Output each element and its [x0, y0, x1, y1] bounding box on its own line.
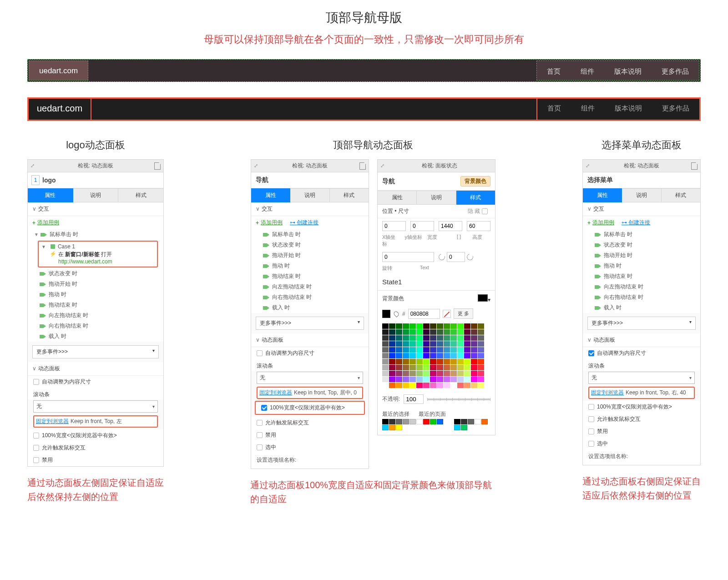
tab-attr[interactable]: 属性: [583, 188, 622, 202]
palette-color[interactable]: [423, 365, 430, 370]
palette-color[interactable]: [410, 353, 416, 358]
palette-color[interactable]: [457, 341, 464, 347]
plus-icon[interactable]: +: [587, 220, 591, 226]
plus-icon[interactable]: +: [256, 220, 259, 226]
palette-color[interactable]: [457, 347, 464, 353]
nav-item[interactable]: 更多作品: [652, 61, 699, 80]
palette-color[interactable]: [382, 365, 389, 370]
recent-color[interactable]: [382, 419, 389, 424]
recent-color[interactable]: [468, 419, 474, 424]
palette-color[interactable]: [430, 347, 436, 353]
palette-color[interactable]: [437, 353, 443, 358]
palette-color[interactable]: [396, 353, 402, 358]
palette-color[interactable]: [396, 371, 402, 376]
palette-color[interactable]: [382, 323, 389, 329]
scrollbar-select[interactable]: 无▾: [588, 372, 695, 384]
palette-color[interactable]: [471, 323, 477, 329]
palette-color[interactable]: [423, 353, 430, 358]
palette-color[interactable]: [416, 383, 423, 388]
palette-color[interactable]: [444, 353, 450, 358]
palette-color[interactable]: [423, 335, 430, 341]
allow-mouse-checkbox[interactable]: [257, 420, 263, 426]
recent-color[interactable]: [454, 425, 460, 430]
palette-color[interactable]: [423, 341, 430, 347]
palette-color[interactable]: [444, 323, 450, 329]
palette-color[interactable]: [396, 347, 402, 353]
x-input[interactable]: [382, 221, 406, 231]
recent-color[interactable]: [475, 419, 481, 424]
palette-color[interactable]: [382, 383, 389, 388]
full-width-checkbox[interactable]: [261, 405, 267, 411]
add-case-link[interactable]: 添加用例: [592, 219, 614, 227]
palette-color[interactable]: [403, 323, 409, 329]
palette-color[interactable]: [437, 371, 443, 376]
scrollbar-select[interactable]: 无▾: [257, 372, 363, 384]
recent-color[interactable]: [481, 419, 488, 424]
palette-color[interactable]: [382, 329, 389, 335]
palette-color[interactable]: [450, 377, 457, 382]
palette-color[interactable]: [457, 383, 464, 388]
palette-color[interactable]: [423, 323, 430, 329]
palette-color[interactable]: [464, 371, 470, 376]
palette-color[interactable]: [389, 353, 395, 358]
palette-color[interactable]: [437, 347, 443, 353]
palette-color[interactable]: [430, 365, 436, 370]
palette-color[interactable]: [457, 329, 464, 335]
palette-color[interactable]: [478, 377, 484, 382]
palette-color[interactable]: [478, 365, 484, 370]
palette-color[interactable]: [471, 371, 477, 376]
palette-color[interactable]: [457, 371, 464, 376]
palette-color[interactable]: [416, 347, 423, 353]
palette-color[interactable]: [471, 383, 477, 388]
palette-color[interactable]: [382, 347, 389, 353]
palette-color[interactable]: [437, 341, 443, 347]
palette-color[interactable]: [389, 335, 395, 341]
palette-color[interactable]: [416, 371, 423, 376]
pin-icon[interactable]: ⤢: [380, 163, 387, 169]
palette-color[interactable]: [457, 359, 464, 364]
event-drag[interactable]: 拖动 时: [49, 291, 66, 298]
palette-color[interactable]: [478, 329, 484, 335]
current-color-swatch[interactable]: [382, 310, 390, 318]
recent-color[interactable]: [389, 425, 395, 430]
recent-color[interactable]: [423, 419, 430, 424]
palette-color[interactable]: [389, 365, 395, 370]
auto-size-checkbox[interactable]: [33, 379, 39, 385]
palette-color[interactable]: [478, 383, 484, 388]
palette-color[interactable]: [410, 347, 416, 353]
event-load[interactable]: 载入 时: [49, 333, 66, 340]
tab-desc[interactable]: 说明: [290, 188, 329, 202]
disable-checkbox[interactable]: [257, 432, 263, 438]
palette-color[interactable]: [423, 347, 430, 353]
palette-color[interactable]: [437, 329, 443, 335]
palette-color[interactable]: [444, 341, 450, 347]
tab-style[interactable]: 样式: [118, 188, 163, 202]
palette-color[interactable]: [437, 359, 443, 364]
palette-color[interactable]: [410, 341, 416, 347]
palette-color[interactable]: [389, 329, 395, 335]
palette-color[interactable]: [444, 359, 450, 364]
palette-color[interactable]: [444, 335, 450, 341]
hide-toggle[interactable]: 隐 藏: [468, 207, 490, 215]
palette-color[interactable]: [403, 341, 409, 347]
palette-color[interactable]: [423, 383, 430, 388]
palette-color[interactable]: [444, 347, 450, 353]
palette-color[interactable]: [416, 329, 423, 335]
palette-color[interactable]: [478, 353, 484, 358]
tab-attr[interactable]: 属性: [251, 188, 290, 202]
pin-link[interactable]: 固定到浏览器: [259, 389, 292, 397]
palette-color[interactable]: [396, 329, 402, 335]
palette-color[interactable]: [450, 371, 457, 376]
more-events-dropdown[interactable]: 更多事件>>>▾: [256, 317, 364, 330]
palette-color[interactable]: [450, 329, 457, 335]
nav-item[interactable]: 版本说明: [605, 99, 652, 120]
palette-color[interactable]: [430, 359, 436, 364]
palette-color[interactable]: [457, 323, 464, 329]
palette-color[interactable]: [450, 341, 457, 347]
add-case-link[interactable]: 添加用例: [37, 219, 59, 227]
plus-icon[interactable]: +: [32, 220, 35, 226]
palette-color[interactable]: [416, 341, 423, 347]
panel-name[interactable]: 导航: [256, 176, 268, 184]
palette-color[interactable]: [430, 341, 436, 347]
create-link[interactable]: ⊶ 创建连接: [290, 219, 318, 227]
